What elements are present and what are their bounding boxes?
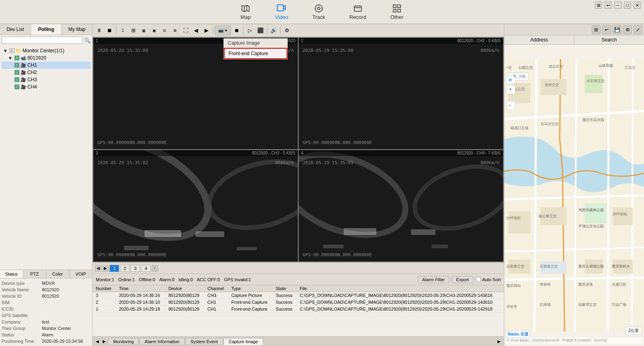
tab-dev-list[interactable]: Dev List <box>0 24 31 35</box>
page-tab-1[interactable]: 1 <box>109 265 119 272</box>
alarm-filter-btn[interactable]: Alarm Filter <box>418 276 449 283</box>
frontend-capture-item[interactable]: Front-end Capture <box>224 48 287 59</box>
nav-video[interactable]: Video <box>271 2 292 22</box>
tree-checkbox-ch3[interactable]: ✓ <box>14 77 19 82</box>
center-content: ⏸ ⏹ 1 ⊞ ▦ ▣ ⊟ ⊠ ⛶ ◀ ▶ 📷▼ ⏺ ▷ ⬛ 🔊 ⚙ <box>93 24 504 346</box>
tree-item-root[interactable]: ▼ ✓ 📁 Monitor Center(1/1) <box>2 47 91 54</box>
tree-item-ch3[interactable]: ✓ 🎥 CH3 <box>2 76 91 83</box>
tab-polling[interactable]: Polling <box>31 24 62 35</box>
full-btn[interactable]: ⛶ <box>181 26 190 35</box>
status-row-iccid: ICCID <box>2 306 91 312</box>
table-row[interactable]: 22020-05-29 14:36:108012920(80129CH1Fron… <box>93 299 504 306</box>
bottom-tab-system-event[interactable]: System Event <box>185 338 223 345</box>
svg-text:龙山立交: 龙山立交 <box>549 64 563 68</box>
video-cell-4[interactable]: 4 8012920 - CH4 - 7 KB/S 2020-05-29 15:3… <box>299 150 503 262</box>
grid8-btn[interactable]: ▣ <box>149 26 159 35</box>
sep1 <box>116 27 116 35</box>
cell-type: Front-end Capture <box>228 299 272 306</box>
restore-title-btn[interactable]: □ <box>624 2 631 9</box>
tab-my-map[interactable]: My Map <box>62 24 92 35</box>
bottom-tab-scroll-right[interactable]: ▶ <box>496 338 502 344</box>
map-expand-btn[interactable]: ⤢ <box>634 25 642 34</box>
grid1-btn[interactable]: 1 <box>118 26 128 35</box>
table-row[interactable]: 32020-05-29 14:36:168012920(80129CH3Capt… <box>93 292 504 299</box>
close-title-btn[interactable]: ✕ <box>634 2 641 9</box>
tree-item-ch1[interactable]: ✓ 🎥 CH1 <box>2 62 91 69</box>
pause-btn[interactable]: ⏸ <box>94 26 104 35</box>
map-toolbar: ⊞ ↩ 💾 ⚙ ⤢ <box>504 24 644 35</box>
map-settings-btn[interactable]: ⚙ <box>623 25 632 34</box>
nav-map[interactable]: Map <box>237 2 255 22</box>
status-tab-voip[interactable]: VOIP <box>70 270 93 278</box>
video-cell-3[interactable]: 3 8012920 - CH3 - 5 KB/S 2020-05-29 15:3… <box>93 150 298 262</box>
bottom-tab-capture-image[interactable]: Capture Image <box>223 338 263 345</box>
page-tab-2[interactable]: 2 <box>120 265 130 272</box>
table-row[interactable]: 12020-05-29 14:29:188012920(80129CH1Fron… <box>93 306 504 313</box>
tree-checkbox-device[interactable]: ✓ <box>14 56 19 60</box>
map-copyright: © 2020 Baidu - GS(2019)5218号 · 甲测资字11009… <box>505 338 643 344</box>
status-tab-status[interactable]: Status <box>0 270 23 278</box>
bottom-tab-next-prev[interactable]: ▶ <box>101 338 107 344</box>
page-end-btn[interactable]: / <box>152 265 158 272</box>
tree-item-ch2[interactable]: ✓ 🎥 CH2 <box>2 69 91 76</box>
svg-line-15 <box>608 59 609 332</box>
search-icon[interactable]: 🔍 <box>84 37 91 43</box>
online-count: Online:1 <box>118 277 135 282</box>
status-tab-ptz[interactable]: PTZ <box>23 270 47 278</box>
cell-file: C:\GPS_DOWNLOAD\CAPTURE_IMAGE\8012920(80… <box>297 306 504 313</box>
svg-text:龙华立交: 龙华立交 <box>545 83 559 87</box>
map-layers-btn[interactable]: ⊞ <box>592 25 601 34</box>
svg-text:江北石: 江北石 <box>625 66 636 70</box>
right-panel: ⊞ ↩ 💾 ⚙ ⤢ Address Search <box>504 24 644 346</box>
bottom-tab-monitoring[interactable]: Monitoring <box>108 338 139 345</box>
map-back-btn[interactable]: ↩ <box>602 25 611 34</box>
map-tab-search[interactable]: Search <box>574 35 644 44</box>
status-row-gps-satellite: GPS Satellite <box>2 312 91 319</box>
cell-type: Capture Picture <box>228 292 272 299</box>
tree-checkbox-ch2[interactable]: ✓ <box>14 70 19 75</box>
minimize-title-btn[interactable]: − <box>614 2 621 9</box>
grid9-btn[interactable]: ⊟ <box>160 26 169 35</box>
page-prev-btn[interactable]: ◀ <box>95 265 101 272</box>
settings-btn[interactable]: ⚙ <box>282 26 292 35</box>
grid-title-btn[interactable]: ⊞ <box>595 2 602 9</box>
bottom-tab-prev[interactable]: ◀ <box>94 338 101 344</box>
grid16-btn[interactable]: ⊠ <box>170 26 180 35</box>
tree-checkbox-ch1[interactable]: ✓ <box>14 63 19 68</box>
back-title-btn[interactable]: ↩ <box>605 2 612 9</box>
tree-checkbox-ch4[interactable]: ✓ <box>14 84 19 89</box>
video-cell-2[interactable]: 2 8012920 - CH2 - 0 KB/S 2020-05-29 15:3… <box>299 38 503 149</box>
map-tab-address[interactable]: Address <box>504 35 574 44</box>
stop2-btn[interactable]: ⬛ <box>256 26 265 35</box>
prev-btn[interactable]: ◀ <box>191 26 201 35</box>
col-state: State <box>272 285 297 292</box>
export-btn[interactable]: Export <box>452 276 473 283</box>
tree-item-device[interactable]: ▼ ✓ 📹 8012920 <box>2 54 91 62</box>
page-tab-3[interactable]: 3 <box>130 265 140 272</box>
tree-search-input[interactable] <box>2 37 83 44</box>
map-save-btn[interactable]: 💾 <box>613 25 621 34</box>
map-container[interactable]: 龙山立交 龙华立交 大石坝立交 磁器口古镇 石马河立交 重庆市花卉园 沙坪坝区 … <box>504 45 644 346</box>
auto-sort-checkbox[interactable] <box>476 277 481 282</box>
svg-text:大石坝立交: 大石坝立交 <box>586 79 605 83</box>
map-svg: 龙山立交 龙华立交 大石坝立交 磁器口古镇 石马河立交 重庆市花卉园 沙坪坝区 … <box>504 45 644 346</box>
bottom-tab-alarm-info[interactable]: Alarm Information <box>139 338 185 345</box>
nav-other[interactable]: Other <box>386 2 408 22</box>
page-tab-4[interactable]: 4 <box>141 265 151 272</box>
tree-item-ch4[interactable]: ✓ 🎥 CH4 <box>2 83 91 91</box>
nav-track[interactable]: Track <box>308 2 329 22</box>
video-date-2: 2020-05-29 15:35:00 <box>303 48 353 53</box>
svg-text:重庆市花卉园: 重庆市花卉园 <box>582 118 604 122</box>
nav-record[interactable]: Record <box>345 2 370 22</box>
capture-dropdown-btn[interactable]: 📷▼ <box>215 26 231 35</box>
next-btn[interactable]: ▶ <box>202 26 211 35</box>
tree-checkbox-root[interactable]: ✓ <box>10 48 14 53</box>
page-next-prev-btn[interactable]: ▶ <box>102 265 109 272</box>
status-tab-color[interactable]: Color <box>46 270 70 278</box>
grid6-btn[interactable]: ▦ <box>139 26 149 35</box>
record-btn[interactable]: ⏺ <box>232 26 242 35</box>
stop-btn[interactable]: ⏹ <box>105 26 114 35</box>
grid4-btn[interactable]: ⊞ <box>128 26 138 35</box>
play-btn[interactable]: ▷ <box>245 26 255 35</box>
audio-btn[interactable]: 🔊 <box>269 26 279 35</box>
